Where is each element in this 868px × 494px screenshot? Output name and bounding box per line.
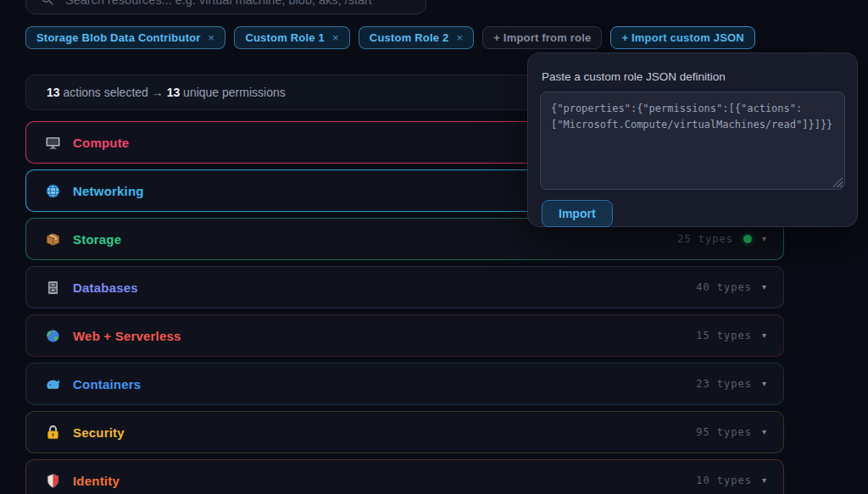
type-count: 15 types xyxy=(696,330,752,341)
database-icon xyxy=(45,280,61,296)
remove-icon[interactable]: × xyxy=(209,31,215,44)
lock-icon xyxy=(45,425,61,441)
json-input[interactable]: {"properties":{"permissions":[{"actions"… xyxy=(540,92,845,190)
category-row-security[interactable]: Security 95 types ▾ xyxy=(25,411,784,453)
category-row-identity[interactable]: Identity 10 types ▾ xyxy=(25,459,784,494)
category-row-web-serverless[interactable]: Web + Serverless 15 types ▾ xyxy=(25,314,784,357)
remove-icon[interactable]: × xyxy=(456,31,463,44)
role-chip[interactable]: Storage Blob Data Contributor × xyxy=(25,26,225,49)
category-row-databases[interactable]: Databases 40 types ▾ xyxy=(25,266,784,308)
type-count: 95 types xyxy=(696,426,752,438)
permissions-label: unique permissions xyxy=(180,86,286,99)
category-label: Security xyxy=(73,425,125,440)
chevron-down-icon: ▾ xyxy=(762,476,766,485)
category-label: Databases xyxy=(73,280,138,295)
arrow-glyph: → xyxy=(152,86,164,99)
category-row-meta: 40 types ▾ xyxy=(696,281,766,293)
chevron-down-icon: ▾ xyxy=(762,380,766,388)
category-row-meta: 95 types ▾ xyxy=(696,426,766,438)
category-label: Networking xyxy=(73,184,144,198)
shield-icon xyxy=(45,473,61,489)
category-row-meta: 25 types ▾ xyxy=(677,233,766,245)
chip-label: + Import from role xyxy=(493,31,591,44)
chevron-down-icon: ▾ xyxy=(762,428,766,436)
role-chip[interactable]: + Import custom JSON xyxy=(610,26,755,49)
package-icon xyxy=(45,231,61,247)
popover-title: Paste a custom role JSON definition xyxy=(542,70,845,83)
chip-label: Custom Role 1 xyxy=(245,31,325,44)
category-row-meta: 10 types ▾ xyxy=(696,475,766,486)
permissions-count: 13 xyxy=(164,86,180,99)
type-count: 10 types xyxy=(696,475,752,486)
earth-icon xyxy=(45,328,61,344)
category-label: Web + Serverless xyxy=(73,329,181,343)
chip-label: Storage Blob Data Contributor xyxy=(36,31,201,44)
type-count: 40 types xyxy=(696,281,752,293)
import-button[interactable]: Import xyxy=(542,200,613,227)
chip-label: Custom Role 2 xyxy=(370,31,449,44)
selection-dot xyxy=(743,235,752,243)
remove-icon[interactable]: × xyxy=(332,31,339,44)
json-textarea-wrap: {"properties":{"permissions":[{"actions"… xyxy=(540,92,845,190)
whale-icon xyxy=(45,376,61,392)
role-chip[interactable]: Custom Role 2 × xyxy=(359,26,474,49)
chevron-down-icon: ▾ xyxy=(762,283,766,291)
role-chip[interactable]: Custom Role 1 × xyxy=(234,26,349,49)
actions-label: actions selected xyxy=(60,86,152,99)
category-label: Storage xyxy=(73,232,121,247)
chevron-down-icon: ▾ xyxy=(762,235,766,243)
category-label: Compute xyxy=(73,136,129,150)
actions-count: 13 xyxy=(47,86,60,99)
category-row-meta: 15 types ▾ xyxy=(696,330,766,341)
type-count: 23 types xyxy=(696,378,752,390)
globe-icon xyxy=(45,183,61,199)
category-row-meta: 23 types ▾ xyxy=(696,378,766,390)
category-label: Identity xyxy=(73,474,120,488)
category-row-containers[interactable]: Containers 23 types ▾ xyxy=(25,363,784,405)
role-chip[interactable]: + Import from role xyxy=(482,26,602,49)
type-count: 25 types xyxy=(677,233,733,245)
chip-label: + Import custom JSON xyxy=(621,31,744,44)
search-bar xyxy=(25,0,426,14)
role-chips: Storage Blob Data Contributor × Custom R… xyxy=(25,26,755,49)
search-input[interactable] xyxy=(26,0,426,14)
category-label: Containers xyxy=(73,377,141,391)
import-json-popover: Paste a custom role JSON definition {"pr… xyxy=(527,53,858,227)
chevron-down-icon: ▾ xyxy=(762,331,766,340)
monitor-icon xyxy=(45,135,61,151)
